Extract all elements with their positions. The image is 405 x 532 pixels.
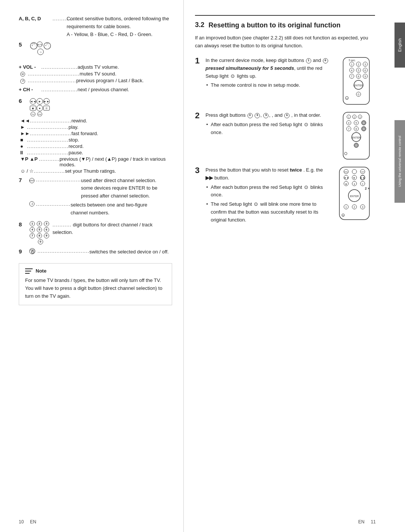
section7-header: 7 ENT .......................... used af…	[19, 177, 172, 218]
remote-img-6: ◄◄ ► ►► ■ ● II TV FA	[29, 98, 59, 116]
power-desc: switches the selected device on / off.	[89, 248, 169, 256]
right-page-num: EN 11	[358, 519, 376, 524]
svg-text:⊙: ⊙	[346, 97, 348, 99]
dash-desc: selects between one and two-figure chann…	[70, 201, 153, 217]
svg-text:7: 7	[351, 75, 352, 78]
record-entry: ● ........................ record.	[20, 143, 172, 149]
play-entry: ► ........................ play.	[20, 124, 172, 130]
svg-text:●: ●	[354, 183, 355, 185]
enter-entry: ENT .......................... used afte…	[29, 177, 164, 200]
svg-text:3: 3	[362, 206, 363, 208]
vol-desc: adjusts TV volume.	[78, 64, 119, 70]
left-page-num: 10 EN	[19, 519, 36, 524]
svg-rect-54	[343, 112, 369, 159]
svg-text:⊙: ⊙	[342, 215, 344, 217]
ch-dots: .....................	[41, 87, 78, 92]
svg-text:9: 9	[364, 75, 366, 78]
svg-text:0: 0	[358, 93, 359, 96]
left-column: A, B, C, D ............. Context sensiti…	[0, 0, 184, 532]
svg-text:●: ●	[39, 107, 41, 110]
section9-header: 9 PWR ⏻ .............................. s…	[19, 248, 172, 256]
stop-entry: ■ ........................ stop.	[20, 137, 172, 143]
ch-entry: + CH - ..................... next / prev…	[19, 87, 172, 92]
note-title: Note	[36, 268, 46, 274]
step2-num: 2	[195, 112, 206, 120]
step2-row: 2 Press digit buttons 0 9, 9, , and 6 , …	[195, 112, 375, 160]
ff-desc: fast forward.	[71, 131, 98, 136]
svg-text:►►: ►►	[360, 176, 365, 179]
svg-text:5 sec.: 5 sec.	[349, 59, 356, 62]
svg-text:7: 7	[348, 128, 350, 130]
svg-text:5: 5	[358, 69, 359, 72]
svg-point-81	[352, 169, 357, 174]
top-divider	[195, 15, 375, 16]
step3-content: Press the button that you wish to reset …	[206, 166, 375, 225]
svg-text:II: II	[46, 107, 47, 110]
mute-icon: M	[20, 71, 28, 77]
side-tab-label-text: Using the universal remote control	[394, 120, 405, 203]
thumb-desc: set your Thumb ratings.	[65, 168, 116, 174]
svg-text:-: -	[35, 44, 36, 47]
remote-svg-step1: 5 sec. 1 2 3 4 5 6	[338, 57, 375, 105]
stop-desc: stop.	[69, 137, 79, 143]
svg-text:6: 6	[364, 69, 366, 72]
rewind-desc: rewind.	[71, 118, 87, 124]
section-title: Resetting a button to its original funct…	[208, 21, 340, 30]
svg-text:CH: CH	[361, 171, 364, 173]
vp-desc: previous (▼P) / next (▲P) page / track i…	[60, 156, 172, 167]
svg-text:MUTE: MUTE	[37, 44, 43, 46]
step3-num: 3	[195, 166, 206, 175]
step3-bullet2: The red Setup light ⊙ will blink one mor…	[206, 200, 332, 224]
remote-svg-step3: VOL CH ◄◄ ► ►► ■	[336, 166, 375, 221]
page-footer: 10 EN EN 11	[0, 519, 394, 524]
vp-label: ▼P ▲P	[20, 156, 39, 167]
digit-grid: 123 456 789 0	[29, 221, 50, 245]
svg-text:■: ■	[345, 183, 347, 185]
transport-entries: ◄◄ ........................ rewind. ► ..…	[19, 118, 172, 174]
right-column: 3.2 Resetting a button to its original f…	[184, 0, 394, 532]
svg-text:►: ►	[38, 100, 41, 103]
section6-header: 6 ◄◄ ► ►► ■ ● II TV FA	[19, 98, 172, 116]
step1-num: 1	[195, 57, 206, 65]
thumb-entry: ☺ / ☆ .................. set your Thumb …	[20, 168, 172, 174]
side-tab-english: English	[394, 23, 405, 68]
vol-dots: .....................	[41, 64, 78, 70]
svg-text:+: +	[32, 44, 33, 47]
abcd-label: A, B, C, D	[19, 15, 52, 38]
svg-text:1: 1	[345, 206, 347, 208]
note-text: For some TV brands / types, the button w…	[25, 277, 166, 300]
vp-entry: ▼P ▲P ............. previous (▼P) / next…	[20, 156, 172, 167]
section-num: 3.2	[195, 21, 208, 29]
svg-text:8: 8	[358, 75, 359, 78]
section-intro: If an improved button (see chapter 2.2.2…	[195, 34, 375, 50]
mute-entry: M .............................. mutes T…	[19, 71, 172, 77]
section8-header: 8 123 456 789 0	[19, 221, 172, 245]
mute-dots: ..............................	[28, 71, 80, 77]
svg-text:8: 8	[356, 128, 357, 130]
svg-rect-78	[339, 167, 369, 220]
svg-text:4: 4	[348, 122, 350, 124]
section5-num: 5	[19, 41, 28, 48]
step3-bullet1: After each button press the red Setup li…	[206, 184, 332, 199]
section9-num: 9	[19, 248, 28, 255]
pause-entry: II ........................ pause.	[20, 150, 172, 155]
ch-label: + CH -	[19, 87, 41, 92]
section-heading-row: 3.2 Resetting a button to its original f…	[195, 21, 375, 30]
svg-text:◄◄: ◄◄	[30, 100, 36, 103]
prev-desc: previous program / Last / Back.	[76, 78, 144, 83]
svg-text:►►: ►►	[44, 100, 50, 103]
svg-text:2: 2	[358, 63, 359, 66]
svg-text:◄◄: ◄◄	[344, 176, 349, 179]
svg-text:2: 2	[354, 206, 355, 208]
svg-text:TV: TV	[32, 113, 34, 116]
svg-text:⊃: ⊃	[40, 51, 42, 53]
svg-text:1: 1	[348, 116, 350, 118]
remote-svg-step2: 1 2 3 4 5 6 7	[338, 112, 375, 160]
step1-row: 1 In the current device mode, keep digit…	[195, 57, 375, 105]
prev-icon: ↺	[20, 78, 28, 83]
section6-num: 6	[19, 98, 28, 104]
prev-entry: ↺ ............................ previous …	[19, 78, 172, 83]
svg-text:2 ×: 2 ×	[365, 187, 370, 190]
svg-text:-: -	[48, 44, 50, 47]
svg-text:ENTER: ENTER	[350, 195, 359, 197]
